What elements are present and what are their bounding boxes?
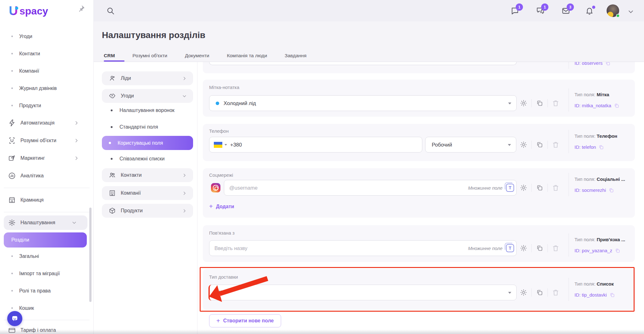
chevron-down-icon	[72, 220, 77, 225]
copy-icon[interactable]	[536, 184, 543, 192]
sidebar-item-companies[interactable]: Компанії	[0, 62, 93, 80]
trash-icon[interactable]	[552, 141, 559, 148]
subnav-label: Стандартні поля	[119, 124, 158, 130]
sidebar-item-deals[interactable]: Угоди	[0, 28, 93, 45]
sidebar-item-roles[interactable]: Ролі та права	[0, 282, 93, 299]
subnav-item-contacts[interactable]: Контакти	[102, 168, 193, 182]
people-icon	[109, 172, 116, 179]
delivery-type-select[interactable]: НП	[209, 285, 517, 300]
support-chat-button[interactable]	[7, 311, 22, 326]
sidebar-item-marketing[interactable]: Маркетинг	[0, 149, 93, 167]
subnav-label: Контакти	[121, 172, 142, 178]
field-card-tip-dostavki: Тип доставки НП Тип поля: Список ID: tip…	[203, 269, 635, 310]
field-id[interactable]: ID: telefon	[575, 142, 617, 153]
sidebar-item-store[interactable]: Крамниця	[0, 191, 93, 209]
tab-company-people[interactable]: Компанія та люди	[227, 53, 267, 62]
sidebar-item-call-log[interactable]: Журнал дзвінків	[0, 80, 93, 97]
plus-icon: +	[209, 203, 213, 210]
phone-code: +380	[230, 142, 242, 148]
field-card-observers-partial: ID: observers	[203, 62, 635, 73]
tab-tasks[interactable]: Завдання	[285, 53, 306, 62]
sidebar-item-label: Контакти	[19, 51, 40, 57]
bullet-icon	[11, 70, 13, 72]
sidebar-item-smart-objects[interactable]: Розумні об'єкти	[0, 132, 93, 149]
sidebar-item-contacts[interactable]: Контакти	[0, 45, 93, 62]
bullet-icon	[11, 36, 13, 37]
instagram-icon[interactable]	[211, 183, 220, 192]
subnav-item-funnels[interactable]: Налаштування воронок	[102, 106, 175, 114]
field-id[interactable]: ID: tip_dostavki	[575, 289, 615, 300]
multi-field-icon[interactable]: T	[506, 244, 514, 252]
search-icon[interactable]	[106, 7, 115, 15]
subnav-item-companies[interactable]: Компанії	[102, 186, 193, 200]
copy-icon[interactable]	[536, 289, 543, 296]
sidebar-item-sections[interactable]: Розділи	[4, 232, 87, 248]
field-id[interactable]: ID: observers	[575, 62, 611, 69]
subnav-item-products[interactable]: Продукти	[102, 204, 193, 218]
mitka-select[interactable]: Холодний лід	[209, 95, 517, 111]
uspacy-logo[interactable]: U spacy	[9, 4, 59, 19]
tab-documents[interactable]: Документи	[185, 53, 209, 62]
create-field-button[interactable]: + Створити нове поле	[209, 314, 281, 327]
field-id[interactable]: ID: mitka_notatka	[575, 100, 619, 111]
bottom-edge-shadow	[0, 330, 644, 334]
subnav-item-dependent-lists[interactable]: Співзалежні списки	[102, 155, 164, 163]
sidebar-item-settings[interactable]: Налаштування	[4, 215, 87, 230]
multi-field-icon[interactable]: T	[506, 184, 514, 192]
field-input-cut[interactable]	[209, 62, 517, 65]
avatar[interactable]	[607, 4, 619, 17]
copy-icon[interactable]	[536, 244, 543, 252]
trash-icon[interactable]	[552, 99, 559, 107]
field-actions	[520, 180, 559, 196]
subnav-item-standard-fields[interactable]: Стандартні поля	[102, 123, 158, 131]
group-chat-icon[interactable]: 1	[536, 7, 545, 15]
add-social-button[interactable]: + Додати	[209, 203, 234, 210]
svg-text:spacy: spacy	[19, 5, 48, 17]
field-type: Тип поля: Мітка	[575, 89, 619, 100]
gear-icon[interactable]	[520, 184, 527, 192]
field-label: Мітка-нотатка	[209, 85, 239, 90]
subnav-label: Налаштування воронок	[119, 108, 175, 113]
active-tab-underline	[104, 60, 125, 62]
field-id[interactable]: ID: socmerezhi	[575, 185, 625, 196]
copy-icon[interactable]	[536, 141, 543, 148]
ukraine-flag-icon[interactable]	[214, 142, 222, 148]
subnav-item-deals[interactable]: Угоди	[102, 89, 193, 103]
divider	[547, 141, 548, 149]
sidebar-item-general[interactable]: Загальні	[0, 248, 93, 265]
sidebar-item-products[interactable]: Продукти	[0, 97, 93, 114]
sidebar-item-label: Ролі та права	[19, 288, 51, 294]
trash-icon[interactable]	[552, 244, 559, 252]
chevron-right-icon	[74, 156, 79, 161]
field-meta: ID: observers	[575, 62, 611, 69]
phone-input[interactable]: +380	[209, 137, 422, 153]
gear-icon[interactable]	[520, 141, 527, 148]
bullet-icon	[11, 53, 13, 54]
subnav-item-custom-fields[interactable]: Користувацькі поля	[102, 136, 193, 150]
sidebar-item-label: Маркетинг	[20, 155, 45, 161]
pin-icon[interactable]	[78, 5, 85, 12]
field-meta: Тип поля: Мітка ID: mitka_notatka	[575, 89, 619, 111]
bullet-icon	[111, 109, 113, 111]
bell-icon[interactable]	[585, 7, 594, 15]
tab-smart-objects[interactable]: Розумні об'єкти	[132, 53, 167, 62]
field-id[interactable]: ID: pov_yazana_z	[575, 245, 625, 256]
online-status-dot	[616, 14, 620, 18]
analytics-icon	[8, 172, 16, 180]
trash-icon[interactable]	[552, 184, 559, 192]
sidebar-scrollbar[interactable]	[89, 208, 92, 302]
profile-chevron-down-icon[interactable]	[628, 8, 634, 15]
copy-icon[interactable]	[536, 99, 543, 107]
mail-icon[interactable]: 3	[562, 7, 570, 15]
trash-icon[interactable]	[552, 289, 559, 296]
subnav-item-leads[interactable]: Ліди	[102, 71, 193, 85]
sidebar-item-import[interactable]: Імпорт та міграції	[0, 265, 93, 282]
gear-icon[interactable]	[520, 244, 527, 252]
gear-icon[interactable]	[520, 99, 527, 107]
phone-type-select[interactable]: Робочий	[425, 137, 516, 153]
subnav-label: Ліди	[121, 75, 131, 81]
sidebar-item-automation[interactable]: Автоматизація	[0, 114, 93, 132]
gear-icon[interactable]	[520, 289, 527, 296]
chat-icon[interactable]: 1	[511, 7, 519, 15]
sidebar-item-analytics[interactable]: Аналітика	[0, 167, 93, 185]
